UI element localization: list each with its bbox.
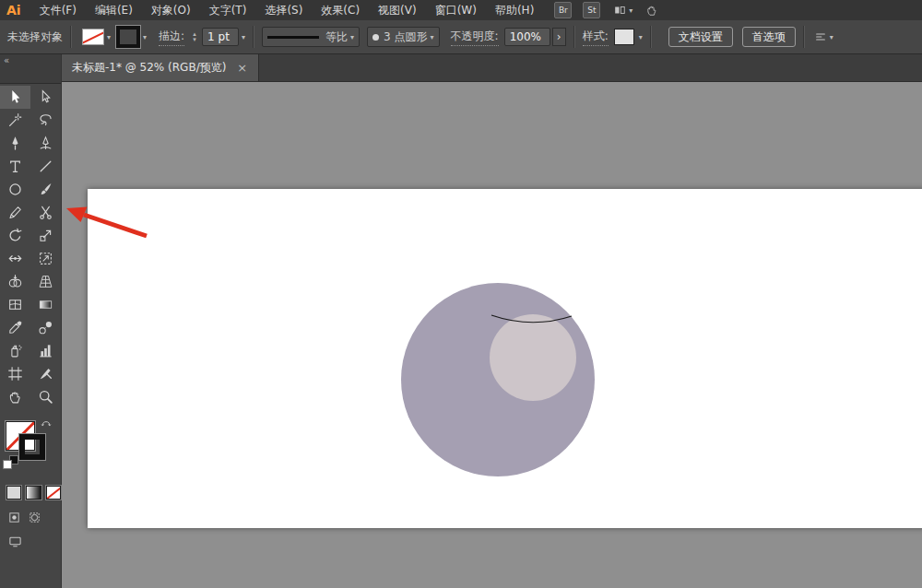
tools-panel: « xyxy=(0,53,62,588)
fill-stroke-control xyxy=(0,421,61,475)
free-transform-tool[interactable] xyxy=(30,247,61,270)
selection-status: 未选择对象 xyxy=(7,29,63,45)
drawing-mode-buttons xyxy=(0,500,61,524)
style-panel-link[interactable]: 样式: xyxy=(583,29,609,46)
spray-can-icon xyxy=(7,343,23,359)
default-fill-mini-icon xyxy=(3,460,12,469)
magic-wand-tool[interactable] xyxy=(0,109,30,132)
document-tab[interactable]: 未标题-1* @ 52% (RGB/预览) × xyxy=(61,53,259,81)
fill-color-dropdown[interactable]: ▾ xyxy=(79,27,113,47)
brush-dropdown[interactable]: . 3 点圆形 ▾ xyxy=(367,27,439,47)
draw-normal-icon[interactable] xyxy=(7,511,21,524)
arrange-documents-button[interactable]: ▾ xyxy=(613,4,632,17)
stroke-width-stepper[interactable]: ▴ ▾ xyxy=(190,31,199,42)
separator xyxy=(803,26,805,48)
pen-nib-icon xyxy=(7,135,23,151)
selection-tool[interactable] xyxy=(0,86,30,109)
gradient-button[interactable] xyxy=(26,486,41,500)
curvature-pen-icon xyxy=(38,135,53,151)
eyedropper-tool[interactable] xyxy=(0,316,30,339)
menu-type[interactable]: 文字(T) xyxy=(200,0,256,20)
mesh-tool[interactable] xyxy=(0,293,30,316)
width-profile-label: 等比 xyxy=(325,29,348,45)
width-tool[interactable] xyxy=(0,247,30,270)
chevron-down-icon: ▾ xyxy=(107,33,111,41)
screen-mode-icon[interactable] xyxy=(7,535,23,548)
column-graph-tool[interactable] xyxy=(30,339,61,362)
default-fill-stroke-button[interactable] xyxy=(3,455,18,469)
stroke-color-dropdown[interactable]: ▾ xyxy=(113,27,149,47)
width-arrows-icon xyxy=(7,251,23,266)
hand-tool[interactable] xyxy=(0,385,30,408)
stroke-width-input[interactable]: 1 pt xyxy=(202,28,239,46)
gradient-tool[interactable] xyxy=(30,293,61,316)
ellipse-icon xyxy=(7,182,23,197)
paintbrush-tool[interactable] xyxy=(30,178,61,201)
menu-view[interactable]: 视图(V) xyxy=(369,0,426,20)
menu-help[interactable]: 帮助(H) xyxy=(486,0,543,20)
lasso-tool[interactable] xyxy=(30,109,61,132)
toolbar-collapse-button[interactable]: « xyxy=(0,53,61,84)
pen-tool[interactable] xyxy=(0,132,30,155)
preferences-button[interactable]: 首选项 xyxy=(742,27,796,47)
gesture-button[interactable] xyxy=(645,4,658,17)
gradient-icon xyxy=(38,297,53,312)
ellipse-tool[interactable] xyxy=(0,178,30,201)
draw-behind-icon[interactable] xyxy=(28,511,41,524)
menu-select[interactable]: 选择(S) xyxy=(255,0,312,20)
stroke-panel-link[interactable]: 描边: xyxy=(159,29,184,46)
artboard-tool[interactable] xyxy=(0,362,30,385)
stepper-down-icon[interactable]: ▾ xyxy=(190,37,199,42)
app-logo: Ai xyxy=(0,3,30,18)
style-swatch[interactable] xyxy=(614,29,634,45)
none-button[interactable] xyxy=(46,486,61,500)
knife-icon xyxy=(38,366,53,382)
control-bar: 未选择对象 ▾ ▾ 描边: ▴ ▾ 1 pt ▾ 等比 ▾ . 3 点圆形 ▾ xyxy=(0,20,922,54)
chevron-down-icon[interactable]: ▾ xyxy=(639,33,643,41)
stroke-swatch[interactable] xyxy=(19,434,45,460)
zoom-tool[interactable] xyxy=(30,385,61,408)
menu-object[interactable]: 对象(O) xyxy=(142,0,200,20)
document-setup-button[interactable]: 文档设置 xyxy=(668,27,733,47)
small-circle-shape[interactable] xyxy=(490,314,576,401)
menu-effect[interactable]: 效果(C) xyxy=(312,0,369,20)
bridge-button[interactable]: Br xyxy=(554,2,572,18)
collapse-chevrons-icon: « xyxy=(4,55,9,65)
opacity-input[interactable]: 100% xyxy=(504,28,550,46)
menu-edit[interactable]: 编辑(E) xyxy=(86,0,142,20)
opacity-panel-arrow[interactable]: › xyxy=(552,28,566,46)
separator xyxy=(70,26,72,48)
pencil-icon xyxy=(7,205,23,220)
magnifier-icon xyxy=(38,389,53,405)
shape-builder-tool[interactable] xyxy=(0,270,30,293)
scale-icon xyxy=(38,228,53,243)
fill-none-swatch xyxy=(82,29,104,45)
chevron-down-icon[interactable]: ▾ xyxy=(242,33,245,41)
perspective-grid-tool[interactable] xyxy=(30,270,61,293)
panel-options-button[interactable]: ▾ xyxy=(814,30,833,43)
rotate-tool[interactable] xyxy=(0,224,30,247)
pasteboard[interactable] xyxy=(61,81,922,588)
close-icon[interactable]: × xyxy=(237,62,247,74)
type-tool[interactable] xyxy=(0,155,30,178)
color-button[interactable] xyxy=(6,486,21,500)
direct-selection-tool[interactable] xyxy=(30,86,61,109)
stock-button[interactable]: St xyxy=(583,2,600,18)
scissors-tool[interactable] xyxy=(30,201,61,224)
line-segment-tool[interactable] xyxy=(30,155,61,178)
menu-file[interactable]: 文件(F) xyxy=(30,0,86,20)
swap-fill-stroke-button[interactable] xyxy=(40,417,53,428)
opacity-panel-link[interactable]: 不透明度: xyxy=(451,29,499,46)
width-profile-dropdown[interactable]: 等比 ▾ xyxy=(262,27,360,47)
menu-window[interactable]: 窗口(W) xyxy=(426,0,486,20)
pencil-tool[interactable] xyxy=(0,201,30,224)
menu-bar: Ai 文件(F) 编辑(E) 对象(O) 文字(T) 选择(S) 效果(C) 视… xyxy=(0,0,922,20)
symbol-sprayer-tool[interactable] xyxy=(0,339,30,362)
screen-mode-control xyxy=(0,524,61,552)
free-transform-icon xyxy=(38,251,53,266)
curvature-tool[interactable] xyxy=(30,132,61,155)
scale-tool[interactable] xyxy=(30,224,61,247)
blend-tool[interactable] xyxy=(30,316,61,339)
shape-builder-icon xyxy=(7,274,23,289)
slice-tool[interactable] xyxy=(30,362,61,385)
